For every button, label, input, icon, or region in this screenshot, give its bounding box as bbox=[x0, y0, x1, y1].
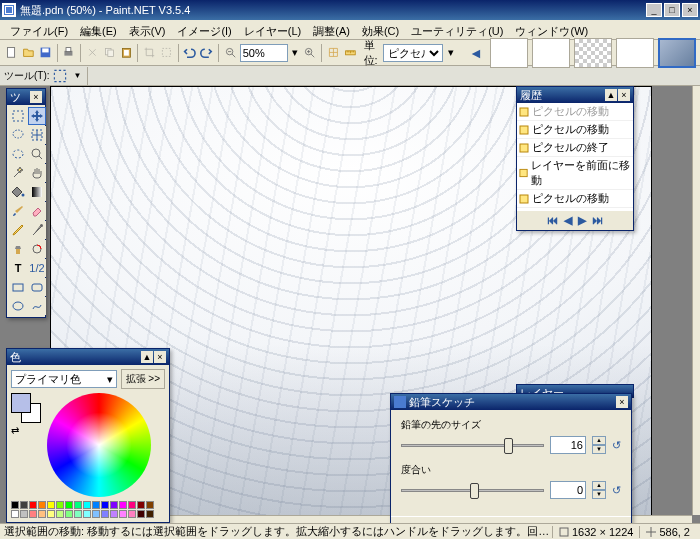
history-prev-icon[interactable]: ◀ bbox=[564, 214, 572, 227]
history-item[interactable]: ピクセルの移動 bbox=[517, 121, 633, 139]
tool-gradient[interactable] bbox=[28, 183, 46, 201]
palette-color[interactable] bbox=[128, 510, 136, 518]
history-item[interactable]: ピクセルの終了 bbox=[517, 139, 633, 157]
history-first-icon[interactable]: ⏮ bbox=[547, 214, 558, 227]
fg-color-swatch[interactable] bbox=[11, 393, 31, 413]
menu-file[interactable]: ファイル(F) bbox=[4, 22, 74, 37]
palette-color[interactable] bbox=[47, 501, 55, 509]
redo-button[interactable] bbox=[199, 43, 214, 63]
panel-roll-icon[interactable]: ▲ bbox=[605, 89, 617, 101]
palette-color[interactable] bbox=[20, 510, 28, 518]
doc-thumb-5[interactable] bbox=[658, 38, 696, 68]
tool-text[interactable]: T bbox=[9, 259, 27, 277]
vertical-scrollbar[interactable] bbox=[692, 86, 700, 515]
grid-button[interactable] bbox=[326, 43, 341, 63]
palette-color[interactable] bbox=[47, 510, 55, 518]
palette-color[interactable] bbox=[65, 510, 73, 518]
palette-color[interactable] bbox=[83, 501, 91, 509]
size-spinner[interactable]: ▲▼ bbox=[592, 436, 606, 454]
palette-color[interactable] bbox=[74, 510, 82, 518]
zoom-in-icon[interactable] bbox=[302, 43, 317, 63]
doc-thumb-2[interactable] bbox=[532, 38, 570, 68]
size-reset-icon[interactable]: ↺ bbox=[612, 439, 621, 452]
print-button[interactable] bbox=[61, 43, 76, 63]
cut-button[interactable] bbox=[85, 43, 100, 63]
history-panel-title[interactable]: 履歴▲× bbox=[517, 87, 633, 103]
palette-color[interactable] bbox=[119, 501, 127, 509]
history-next-icon[interactable]: ▶ bbox=[578, 214, 586, 227]
colors-panel-title[interactable]: 色▲× bbox=[7, 349, 169, 365]
tool-move-selection[interactable] bbox=[28, 126, 46, 144]
palette-color[interactable] bbox=[119, 510, 127, 518]
tool-eraser[interactable] bbox=[28, 202, 46, 220]
tool-picker[interactable] bbox=[28, 221, 46, 239]
tool-zoom[interactable] bbox=[28, 145, 46, 163]
palette-color[interactable] bbox=[128, 501, 136, 509]
tool-recolor[interactable] bbox=[28, 240, 46, 258]
history-item[interactable]: ピクセルの移動 bbox=[517, 190, 633, 208]
palette-color[interactable] bbox=[29, 510, 37, 518]
palette-color[interactable] bbox=[20, 501, 28, 509]
palette-color[interactable] bbox=[137, 501, 145, 509]
tool-dropdown-icon[interactable]: ▼ bbox=[74, 71, 82, 80]
tool-clone[interactable] bbox=[9, 240, 27, 258]
doc-thumb-1[interactable] bbox=[490, 38, 528, 68]
palette-color[interactable] bbox=[110, 501, 118, 509]
new-button[interactable] bbox=[4, 43, 19, 63]
tool-pan[interactable] bbox=[28, 164, 46, 182]
undo-button[interactable] bbox=[182, 43, 197, 63]
palette-color[interactable] bbox=[110, 510, 118, 518]
tool-move[interactable] bbox=[28, 107, 46, 125]
range-reset-icon[interactable]: ↺ bbox=[612, 484, 621, 497]
panel-close-icon[interactable]: × bbox=[154, 351, 166, 363]
tool-rect[interactable] bbox=[9, 278, 27, 296]
menu-image[interactable]: イメージ(I) bbox=[171, 22, 237, 37]
palette-color[interactable] bbox=[101, 501, 109, 509]
palette-color[interactable] bbox=[38, 510, 46, 518]
size-slider[interactable] bbox=[401, 435, 544, 455]
palette-color[interactable] bbox=[29, 501, 37, 509]
panel-close-icon[interactable]: × bbox=[618, 89, 630, 101]
panel-roll-icon[interactable]: ▲ bbox=[141, 351, 153, 363]
palette-color[interactable] bbox=[11, 510, 19, 518]
deselect-button[interactable] bbox=[159, 43, 174, 63]
zoom-dropdown-button[interactable]: ▾ bbox=[290, 43, 301, 63]
palette-color[interactable] bbox=[92, 510, 100, 518]
tool-brush[interactable] bbox=[9, 202, 27, 220]
tool-roundrect[interactable] bbox=[28, 278, 46, 296]
current-tool-icon[interactable] bbox=[50, 66, 70, 86]
history-item[interactable]: レイヤーを前面に移動 bbox=[517, 157, 633, 190]
size-input[interactable] bbox=[550, 436, 586, 454]
palette-color[interactable] bbox=[92, 501, 100, 509]
expand-button[interactable]: 拡張 >> bbox=[121, 369, 165, 389]
menu-window[interactable]: ウィンドウ(W) bbox=[509, 22, 594, 37]
dialog-close-icon[interactable]: × bbox=[616, 396, 628, 408]
menu-utility[interactable]: ユーティリティ(U) bbox=[405, 22, 509, 37]
color-swatches[interactable] bbox=[11, 393, 41, 423]
palette-color[interactable] bbox=[101, 510, 109, 518]
menu-edit[interactable]: 編集(E) bbox=[74, 22, 123, 37]
palette-color[interactable] bbox=[146, 510, 154, 518]
menu-layers[interactable]: レイヤー(L) bbox=[238, 22, 307, 37]
dialog-title[interactable]: 鉛筆スケッチ× bbox=[391, 394, 631, 410]
tool-lasso[interactable] bbox=[9, 126, 27, 144]
crop-button[interactable] bbox=[142, 43, 157, 63]
paste-button[interactable] bbox=[119, 43, 134, 63]
range-spinner[interactable]: ▲▼ bbox=[592, 481, 606, 499]
history-last-icon[interactable]: ⏭ bbox=[592, 214, 603, 227]
tool-fill[interactable] bbox=[9, 183, 27, 201]
palette-color[interactable] bbox=[65, 501, 73, 509]
tool-ellipse[interactable] bbox=[9, 297, 27, 315]
tools-panel-title[interactable]: ツ× bbox=[7, 89, 45, 105]
panel-close-icon[interactable]: × bbox=[30, 91, 42, 103]
menu-adjust[interactable]: 調整(A) bbox=[307, 22, 356, 37]
doc-thumb-3[interactable] bbox=[574, 38, 612, 68]
minimize-button[interactable]: _ bbox=[646, 3, 662, 17]
save-button[interactable] bbox=[38, 43, 53, 63]
palette-color[interactable] bbox=[11, 501, 19, 509]
tool-ellipse-select[interactable] bbox=[9, 145, 27, 163]
range-input[interactable] bbox=[550, 481, 586, 499]
tool-magic-wand[interactable] bbox=[9, 164, 27, 182]
copy-button[interactable] bbox=[102, 43, 117, 63]
palette-color[interactable] bbox=[38, 501, 46, 509]
